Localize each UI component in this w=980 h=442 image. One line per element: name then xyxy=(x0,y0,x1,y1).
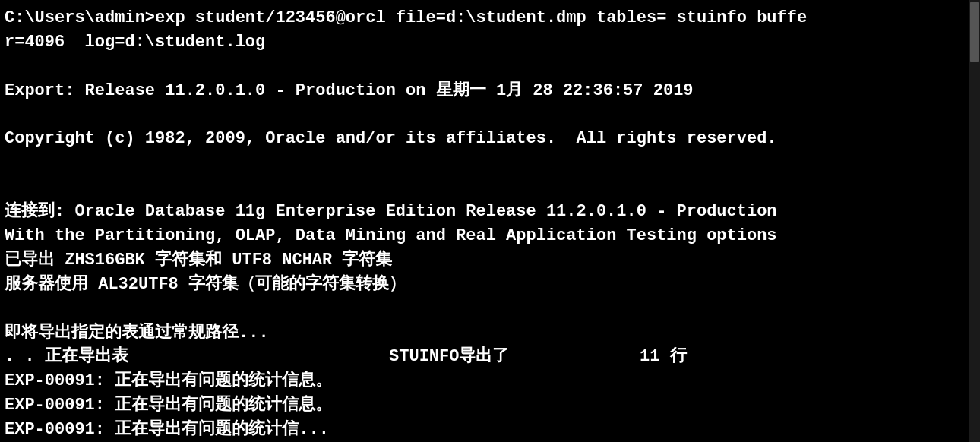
terminal-line xyxy=(5,175,975,200)
terminal-content: C:\Users\admin>exp student/123456@orcl f… xyxy=(5,6,975,442)
terminal-line: EXP-00091: 正在导出有问题的统计信... xyxy=(5,418,975,442)
terminal-line xyxy=(5,151,975,175)
scrollbar[interactable] xyxy=(969,0,980,442)
terminal-window: C:\Users\admin>exp student/123456@orcl f… xyxy=(0,0,980,442)
terminal-line xyxy=(5,297,975,321)
terminal-line: 即将导出指定的表通过常规路径... xyxy=(5,321,975,346)
terminal-line: EXP-00091: 正在导出有问题的统计信息。 xyxy=(5,369,975,393)
terminal-line: C:\Users\admin>exp student/123456@orcl f… xyxy=(5,6,975,30)
terminal-line xyxy=(5,103,975,128)
terminal-line: With the Partitioning, OLAP, Data Mining… xyxy=(5,224,975,248)
terminal-line xyxy=(5,55,975,79)
terminal-line: Copyright (c) 1982, 2009, Oracle and/or … xyxy=(5,127,975,151)
terminal-line: Export: Release 11.2.0.1.0 - Production … xyxy=(5,79,975,103)
terminal-line: 服务器使用 AL32UTF8 字符集（可能的字符集转换） xyxy=(5,273,975,297)
terminal-line: 已导出 ZHS16GBK 字符集和 UTF8 NCHAR 字符集 xyxy=(5,248,975,273)
scrollbar-thumb[interactable] xyxy=(970,2,979,62)
terminal-line: r=4096 log=d:\student.log xyxy=(5,30,975,55)
terminal-line: 连接到: Oracle Database 11g Enterprise Edit… xyxy=(5,200,975,224)
terminal-line: . . 正在导出表 STUINFO导出了 11 行 xyxy=(5,345,975,369)
terminal-line: EXP-00091: 正在导出有问题的统计信息。 xyxy=(5,393,975,418)
